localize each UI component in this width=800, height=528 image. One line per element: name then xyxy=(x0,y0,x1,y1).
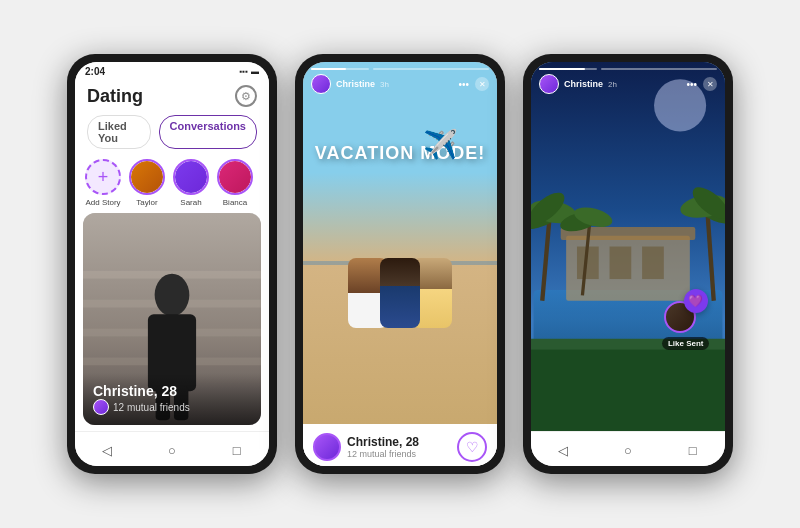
story-header-inner: Christine 3h ••• ✕ xyxy=(311,68,489,94)
home-button-1[interactable]: ○ xyxy=(160,438,184,462)
story-overlay-text: VACATION MODE! xyxy=(315,143,485,164)
signal-icon: ▪▪▪ xyxy=(239,67,248,76)
story-user-row-3: Christine 2h ••• ✕ xyxy=(539,74,717,94)
story-actions-3: ••• ✕ xyxy=(686,77,717,91)
plane-emoji: ✈️ xyxy=(423,128,458,161)
story-progress-fill-3 xyxy=(539,68,585,70)
svg-rect-14 xyxy=(642,247,664,280)
time-1: 2:04 xyxy=(85,66,105,77)
story-progress-fill xyxy=(311,68,346,70)
card-info-overlay: Christine, 28 12 mutual friends xyxy=(83,373,261,425)
story-user-row: Christine 3h ••• ✕ xyxy=(311,74,489,94)
story-bianca[interactable]: Bianca xyxy=(217,159,253,207)
close-icon[interactable]: ✕ xyxy=(475,77,489,91)
profile-card[interactable]: Christine, 28 12 mutual friends xyxy=(83,213,261,425)
story-progress-row-3 xyxy=(539,68,717,70)
add-story-label: Add Story xyxy=(85,198,120,207)
stories-row: + Add Story Taylor Sarah Bianca xyxy=(75,153,269,213)
more-icon[interactable]: ••• xyxy=(458,79,469,90)
story-label-sarah: Sarah xyxy=(180,198,201,207)
settings-button[interactable]: ⚙ xyxy=(235,85,257,107)
phone-1: 2:04 ▪▪▪ ▬ Dating ⚙ Liked You Conversati… xyxy=(67,54,277,474)
story-sarah[interactable]: Sarah xyxy=(173,159,209,207)
story-bottom-2: Christine, 28 12 mutual friends ♡ xyxy=(303,424,497,466)
story-label-taylor: Taylor xyxy=(136,198,157,207)
status-bar-1: 2:04 ▪▪▪ ▬ xyxy=(75,62,269,79)
resort-background: 💜 Like Sent xyxy=(531,62,725,431)
add-story-button[interactable]: + xyxy=(85,159,121,195)
story-header-inner-3: Christine 2h ••• ✕ xyxy=(539,68,717,94)
like-sent-bubble: 💜 Like Sent xyxy=(662,289,710,350)
phone-1-screen: 2:04 ▪▪▪ ▬ Dating ⚙ Liked You Conversati… xyxy=(75,62,269,466)
app-header: Dating ⚙ xyxy=(75,79,269,111)
gear-icon: ⚙ xyxy=(241,90,251,103)
story-profile-row-2: Christine, 28 12 mutual friends ♡ xyxy=(313,432,487,462)
story-username-3: Christine xyxy=(564,79,603,89)
story-time-3: 2h xyxy=(608,80,617,89)
like-button-2[interactable]: ♡ xyxy=(457,432,487,462)
story-progress-bar-2 xyxy=(373,68,489,70)
beach-background: VACATION MODE! ✈️ xyxy=(303,62,497,431)
story-screen-2[interactable]: VACATION MODE! ✈️ Christine 3h xyxy=(303,62,497,431)
story-user-avatar-3 xyxy=(539,74,559,94)
phone-3-screen: 💜 Like Sent Christine xyxy=(531,62,725,466)
story-profile-mutual-2: 12 mutual friends xyxy=(347,449,419,459)
tab-conversations[interactable]: Conversations xyxy=(159,115,257,149)
story-progress-bar-3a xyxy=(539,68,597,70)
tab-liked-you[interactable]: Liked You xyxy=(87,115,151,149)
story-profile-avatar-2 xyxy=(313,433,341,461)
like-heart-icon: 💜 xyxy=(684,289,708,313)
story-progress-bar-3b xyxy=(601,68,717,70)
story-profile-info-2: Christine, 28 12 mutual friends xyxy=(347,435,419,459)
nav-bar-1: ◁ ○ □ xyxy=(75,431,269,466)
tabs-row: Liked You Conversations xyxy=(75,111,269,153)
people-group xyxy=(348,258,452,328)
like-sent-label: Like Sent xyxy=(662,337,710,350)
story-header-3: Christine 2h ••• ✕ xyxy=(531,62,725,72)
story-add[interactable]: + Add Story xyxy=(85,159,121,207)
card-mutual: 12 mutual friends xyxy=(93,399,251,415)
recent-button-1[interactable]: □ xyxy=(225,438,249,462)
phone-2-screen: VACATION MODE! ✈️ Christine 3h xyxy=(303,62,497,466)
like-avatar-stack: 💜 xyxy=(664,289,708,333)
nav-bar-3: ◁ ○ □ xyxy=(531,431,725,466)
story-header-2: Christine 3h ••• ✕ xyxy=(303,62,497,72)
story-profile-name-2: Christine, 28 xyxy=(347,435,419,449)
story-user-avatar xyxy=(311,74,331,94)
story-screen-3[interactable]: 💜 Like Sent Christine xyxy=(531,62,725,431)
close-icon-3[interactable]: ✕ xyxy=(703,77,717,91)
person-2 xyxy=(380,258,420,328)
phone-3: 💜 Like Sent Christine xyxy=(523,54,733,474)
story-actions: ••• ✕ xyxy=(458,77,489,91)
back-icon-1: ◁ xyxy=(102,443,112,458)
story-progress-row xyxy=(311,68,489,70)
mini-avatar xyxy=(93,399,109,415)
back-button-1[interactable]: ◁ xyxy=(95,438,119,462)
svg-point-4 xyxy=(155,274,190,316)
back-icon-3: ◁ xyxy=(558,443,568,458)
story-taylor[interactable]: Taylor xyxy=(129,159,165,207)
recent-button-3[interactable]: □ xyxy=(681,438,705,462)
story-time: 3h xyxy=(380,80,389,89)
card-name: Christine, 28 xyxy=(93,383,251,399)
app-title: Dating xyxy=(87,86,143,107)
svg-rect-28 xyxy=(531,350,725,431)
story-username: Christine xyxy=(336,79,375,89)
story-avatar-bianca[interactable] xyxy=(217,159,253,195)
story-avatar-sarah[interactable] xyxy=(173,159,209,195)
home-icon-1: ○ xyxy=(168,443,176,458)
resort-svg xyxy=(531,62,725,431)
phone-2: VACATION MODE! ✈️ Christine 3h xyxy=(295,54,505,474)
status-icons-1: ▪▪▪ ▬ xyxy=(239,67,259,76)
recent-icon-1: □ xyxy=(233,443,241,458)
home-button-3[interactable]: ○ xyxy=(616,438,640,462)
svg-rect-13 xyxy=(610,247,632,280)
home-icon-3: ○ xyxy=(624,443,632,458)
more-icon-3[interactable]: ••• xyxy=(686,79,697,90)
story-avatar-taylor[interactable] xyxy=(129,159,165,195)
battery-icon: ▬ xyxy=(251,67,259,76)
story-label-bianca: Bianca xyxy=(223,198,247,207)
recent-icon-3: □ xyxy=(689,443,697,458)
story-progress-bar xyxy=(311,68,369,70)
back-button-3[interactable]: ◁ xyxy=(551,438,575,462)
